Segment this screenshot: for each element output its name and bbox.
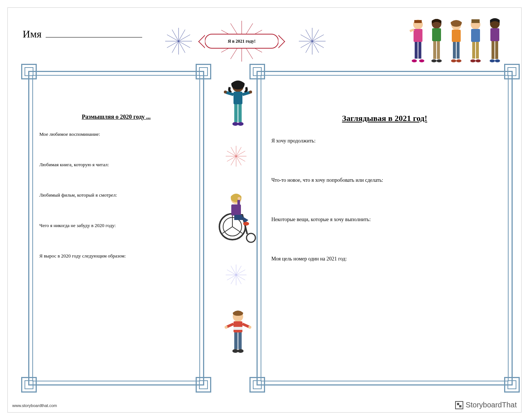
svg-point-49 bbox=[437, 59, 442, 62]
prompt-text: Что-то новое, что я хочу попробовать или… bbox=[271, 177, 498, 183]
svg-rect-70 bbox=[234, 92, 242, 104]
firework-icon bbox=[164, 26, 193, 56]
svg-point-62 bbox=[476, 59, 481, 62]
svg-line-72 bbox=[242, 92, 250, 95]
prompt-text: Я хочу продолжить: bbox=[271, 138, 498, 144]
kid-illustration bbox=[223, 78, 253, 130]
prompt-text: Чего я никогда не забуду в 2020 году: bbox=[39, 223, 193, 229]
frame-corner-icon bbox=[249, 377, 265, 393]
footer-brand-text: StoryboardThat bbox=[466, 401, 517, 409]
title-banner: Я в 2021 году! bbox=[205, 34, 279, 49]
footer-brand: StoryboardThat bbox=[455, 401, 517, 409]
svg-rect-59 bbox=[472, 42, 475, 59]
prompt-text: Я вырос в 2020 году следующим образом: bbox=[39, 253, 193, 259]
svg-rect-57 bbox=[471, 19, 480, 23]
right-panel-title: Заглядывая в 2021 год! bbox=[271, 114, 498, 123]
frame-corner-icon bbox=[504, 377, 520, 393]
kids-group-illustration bbox=[403, 17, 511, 65]
svg-point-42 bbox=[412, 59, 417, 62]
svg-rect-46 bbox=[433, 41, 436, 59]
svg-point-67 bbox=[490, 59, 495, 62]
svg-point-125 bbox=[238, 349, 244, 353]
svg-point-68 bbox=[495, 59, 500, 62]
firework-icon bbox=[223, 143, 249, 169]
svg-point-48 bbox=[431, 59, 437, 62]
firework-icon bbox=[223, 262, 249, 288]
svg-rect-75 bbox=[234, 104, 238, 122]
svg-rect-38 bbox=[414, 29, 422, 42]
kid-illustration bbox=[223, 308, 253, 360]
prompt-text: Любимый фильм, который я смотрел: bbox=[39, 192, 193, 198]
firework-icon bbox=[297, 26, 327, 56]
left-panel-title: Размышляя о 2020 году ... bbox=[39, 114, 193, 120]
svg-rect-47 bbox=[437, 41, 440, 59]
svg-rect-51 bbox=[452, 30, 461, 42]
svg-rect-117 bbox=[234, 327, 242, 330]
svg-rect-98 bbox=[234, 215, 242, 220]
svg-rect-45 bbox=[432, 28, 441, 41]
svg-rect-53 bbox=[457, 42, 460, 59]
svg-line-118 bbox=[227, 324, 234, 327]
svg-rect-40 bbox=[418, 42, 421, 59]
svg-point-78 bbox=[238, 122, 244, 126]
svg-point-121 bbox=[248, 326, 251, 329]
svg-point-101 bbox=[238, 197, 241, 200]
svg-rect-65 bbox=[492, 41, 494, 59]
svg-rect-122 bbox=[234, 332, 238, 349]
svg-point-96 bbox=[246, 233, 255, 242]
worksheet-page: Имя Я в 2021 году! bbox=[7, 7, 522, 413]
name-field-row: Имя bbox=[23, 28, 142, 40]
kid-wheelchair-illustration bbox=[216, 186, 260, 245]
svg-rect-76 bbox=[238, 104, 242, 122]
prompt-text: Некоторые вещи, которые я хочу выполнить… bbox=[271, 217, 498, 223]
prompt-text: Моя цель номер один на 2021 год: bbox=[271, 256, 498, 262]
banner-text: Я в 2021 году! bbox=[228, 39, 255, 44]
name-label: Имя bbox=[23, 28, 42, 40]
svg-point-124 bbox=[232, 349, 238, 353]
svg-line-119 bbox=[242, 324, 249, 327]
left-panel-content: Размышляя о 2020 году ... Мое любимое во… bbox=[28, 71, 204, 283]
svg-rect-39 bbox=[415, 42, 418, 59]
svg-point-73 bbox=[224, 91, 227, 93]
svg-line-71 bbox=[226, 92, 234, 95]
svg-rect-123 bbox=[238, 332, 242, 349]
svg-point-61 bbox=[470, 59, 476, 62]
svg-point-74 bbox=[249, 91, 252, 93]
frame-corner-icon bbox=[21, 377, 37, 393]
right-panel-content: Заглядывая в 2021 год! Я хочу продолжить… bbox=[257, 71, 513, 295]
prompt-text: Любимая книга, которую я читал: bbox=[39, 162, 193, 168]
frame-corner-icon bbox=[196, 377, 211, 393]
svg-point-102 bbox=[243, 222, 249, 226]
svg-rect-64 bbox=[490, 28, 499, 41]
name-input-line[interactable] bbox=[46, 37, 142, 37]
svg-point-43 bbox=[419, 59, 424, 62]
svg-rect-66 bbox=[495, 41, 498, 59]
prompt-text: Мое любимое воспоминание: bbox=[39, 131, 193, 137]
svg-rect-52 bbox=[453, 42, 456, 59]
svg-rect-60 bbox=[476, 42, 479, 59]
svg-rect-37 bbox=[414, 20, 422, 23]
footer-url: www.storyboardthat.com bbox=[12, 403, 57, 408]
svg-point-120 bbox=[225, 326, 228, 329]
svg-point-54 bbox=[451, 59, 456, 62]
storyboard-logo-icon bbox=[455, 401, 463, 409]
svg-point-77 bbox=[232, 122, 238, 126]
svg-rect-58 bbox=[471, 29, 480, 42]
svg-point-55 bbox=[456, 59, 461, 62]
